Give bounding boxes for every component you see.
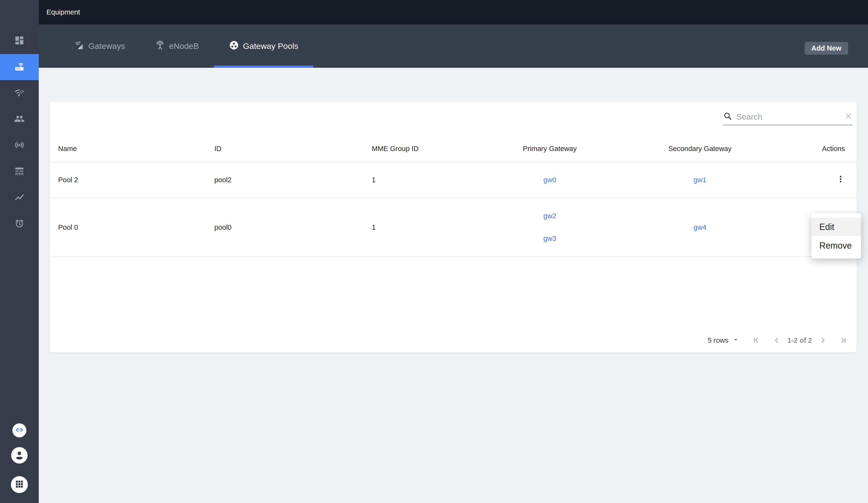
primary-gateway-link[interactable]: gw2 [543,212,556,220]
swagger-api-button[interactable] [12,423,27,437]
table-row: Pool 0 pool0 1 gw2 gw3 gw4 [50,198,857,257]
page-range-label: 1-2 of 2 [787,336,812,344]
next-page-button[interactable] [819,336,827,344]
tab-label: eNodeB [169,41,199,51]
sidebar-item-traffic[interactable] [0,159,39,185]
primary-gateway-links: gw2 gw3 [484,212,615,242]
router-icon [14,61,25,73]
sidebar-item-subscribers[interactable] [0,106,39,133]
search-input[interactable] [736,112,841,122]
alarm-clock-icon [14,218,25,230]
gateway-pools-icon [229,40,239,52]
row-actions-context-menu: Edit Remove [811,213,861,259]
tab-enodeb[interactable]: eNodeB [140,24,214,68]
column-header-mme-group-id: MME Group ID [361,135,484,162]
table-header-row: Name ID MME Group ID Primary Gateway Sec… [50,135,857,162]
person-icon [13,449,26,462]
table-empty-space [50,257,857,328]
tabbar: Gateways eNodeB [39,24,868,68]
sidebar-item-access-points[interactable] [0,133,39,159]
pool-id: pool0 [204,198,361,257]
secondary-gateway-link[interactable]: gw1 [693,176,706,184]
sidebar-nav [0,28,39,237]
dropdown-arrow-icon [733,336,739,344]
line-style-icon [14,166,25,177]
sidebar-item-metrics[interactable] [0,185,39,211]
clear-search-icon[interactable] [844,112,852,121]
tabs: Gateways eNodeB [59,24,313,68]
wifi-tethering-icon [14,140,25,151]
gateway-signal-icon [74,40,84,52]
pool-name: Pool 2 [50,162,204,198]
last-page-button[interactable] [840,336,847,344]
show-chart-icon [14,192,25,203]
column-header-name: Name [50,135,204,162]
apps-button[interactable] [11,476,28,493]
apps-grid-icon [14,479,24,490]
table-row: Pool 2 pool2 1 gw0 gw1 [50,162,857,198]
context-menu-item-remove[interactable]: Remove [811,236,861,255]
mme-group-id: 1 [361,198,484,257]
search-icon [723,112,732,122]
sidebar-item-dashboard[interactable] [0,28,39,54]
sidebar-item-network-check[interactable] [0,80,39,106]
network-check-icon [14,87,25,99]
sidebar-item-alarms[interactable] [0,211,39,237]
dashboard-icon [14,35,25,47]
secondary-gateway-link[interactable]: gw4 [693,223,706,231]
antenna-icon [155,40,165,52]
account-button[interactable] [11,447,28,463]
column-header-actions: Actions [785,135,857,162]
tab-label: Gateways [89,41,125,51]
search-box [723,112,852,125]
sidebar-item-equipment[interactable] [0,54,39,80]
sidebar [0,0,39,503]
mme-group-id: 1 [361,162,484,198]
page-title: Equipment [46,8,80,16]
column-header-id: ID [204,135,361,162]
pool-id: pool2 [204,162,361,198]
pool-name: Pool 0 [50,198,204,257]
tab-label: Gateway Pools [243,41,298,51]
add-new-button[interactable]: Add New [805,42,848,55]
context-menu-item-edit[interactable]: Edit [811,218,861,236]
primary-gateway-link[interactable]: gw3 [543,234,556,242]
search-row [50,102,857,135]
tab-gateways[interactable]: Gateways [59,24,140,68]
previous-page-button[interactable] [773,336,781,344]
rows-per-page-select[interactable]: 5 rows [708,336,739,344]
pagination-bar: 5 rows 1-2 of 2 [50,328,857,353]
tab-gateway-pools[interactable]: Gateway Pools [214,24,313,68]
people-icon [14,114,25,125]
code-icon [14,425,24,436]
rows-per-page-value: 5 rows [708,336,728,344]
gateway-pools-card: Name ID MME Group ID Primary Gateway Sec… [50,102,857,353]
column-header-secondary-gateway: Secondary Gateway [615,135,785,162]
row-actions-menu-icon[interactable] [836,175,845,185]
gateway-pools-table: Name ID MME Group ID Primary Gateway Sec… [50,135,857,257]
first-page-button[interactable] [752,336,760,344]
column-header-primary-gateway: Primary Gateway [484,135,615,162]
primary-gateway-link[interactable]: gw0 [543,176,556,184]
topbar: Equipment [39,0,868,24]
